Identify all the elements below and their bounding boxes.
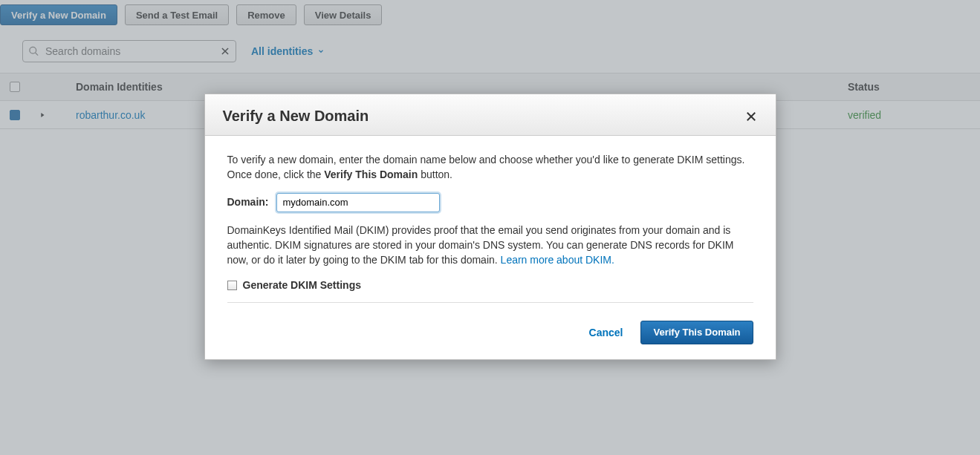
modal-overlay: Verify a New Domain To verify a new doma…	[0, 0, 980, 455]
modal-title: Verify a New Domain	[223, 108, 369, 125]
verify-domain-modal: Verify a New Domain To verify a new doma…	[204, 94, 776, 360]
domain-input[interactable]	[276, 193, 440, 212]
cancel-button[interactable]: Cancel	[589, 327, 623, 338]
generate-dkim-checkbox[interactable]	[227, 281, 237, 290]
modal-intro-text: To verify a new domain, enter the domain…	[227, 152, 753, 183]
domain-field-label: Domain:	[227, 194, 269, 209]
learn-more-dkim-link[interactable]: Learn more about DKIM.	[501, 254, 614, 266]
dkim-description: DomainKeys Identified Mail (DKIM) provid…	[227, 223, 753, 268]
verify-this-domain-button[interactable]: Verify This Domain	[640, 321, 753, 344]
close-icon[interactable]	[744, 110, 758, 123]
generate-dkim-label: Generate DKIM Settings	[243, 278, 361, 292]
